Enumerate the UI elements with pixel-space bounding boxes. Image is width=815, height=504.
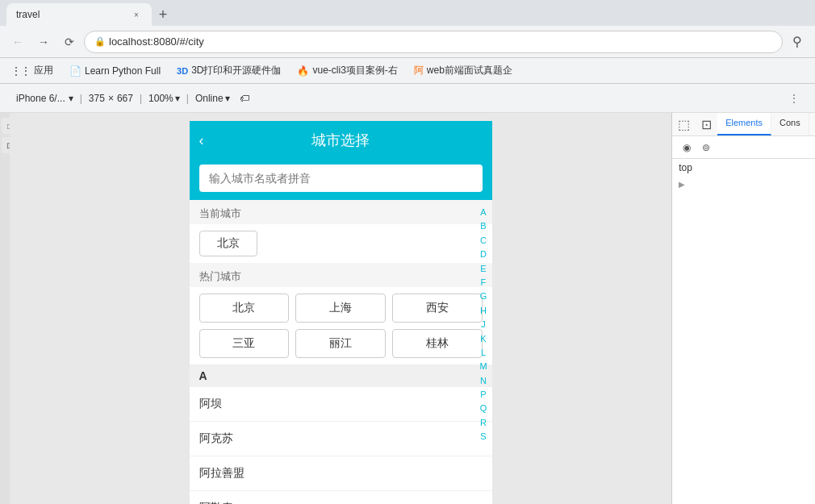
devtools-btn-2[interactable]: ⊚ (698, 140, 714, 156)
device-height: 667 (117, 93, 133, 104)
browser-tab[interactable]: travel × (6, 3, 152, 26)
bookmark-vue-cli[interactable]: 🔥 vue-cli3项目案例-右 (292, 62, 402, 79)
new-tab-button[interactable]: + (152, 3, 174, 26)
alpha-D[interactable]: D (480, 248, 487, 260)
search-section (190, 160, 492, 200)
alpha-K[interactable]: K (480, 333, 486, 345)
city-selection-app: ‹ 城市选择 当前城市 北京 热门城市 北京 上海 (190, 121, 492, 504)
throttle-icon: 🏷 (240, 93, 249, 104)
bookmarks-bar: ⋮⋮ 应用 📄 Learn Python Full 3D 3D打印和开源硬件伽 … (0, 58, 815, 84)
devtools-panel: ⬚ ⊡ Elements Cons ◉ ⊚ top ▶ (671, 113, 815, 504)
bookmark-apps[interactable]: ⋮⋮ 应用 (6, 62, 58, 79)
apps-icon: ⋮⋮ (11, 65, 31, 77)
device-bar: iPhone 6/... ▾ | 375 × 667 | 100% ▾ | On… (0, 84, 815, 113)
bookmark-icon-web: 阿 (414, 64, 424, 77)
bookmark-icon-learn: 📄 (69, 65, 82, 77)
alphabet-sidebar: A B C D E F G H J K L M N P Q R S (474, 200, 491, 450)
hot-city-beijing[interactable]: 北京 (199, 294, 290, 323)
alpha-R[interactable]: R (480, 417, 487, 429)
devtools-inspect-icon[interactable]: ⬚ (672, 113, 695, 135)
more-options-icon[interactable]: ⋮ (789, 93, 799, 104)
alpha-H[interactable]: H (480, 305, 487, 317)
bookmark-label-3d: 3D打印和开源硬件伽 (191, 64, 281, 77)
network-selector[interactable]: Online ▾ (195, 93, 230, 104)
hot-cities-section: 北京 上海 西安 三亚 丽江 桂林 (190, 287, 492, 364)
device-separator3: | (186, 93, 189, 104)
device-dimensions: 375 × 667 (89, 93, 133, 104)
search-button[interactable]: ⚲ (786, 31, 809, 53)
alpha-P[interactable]: P (480, 389, 486, 401)
alpha-B[interactable]: B (480, 220, 486, 232)
city-item-aletai[interactable]: 阿勒泰 (190, 491, 492, 504)
current-city-label: 当前城市 (190, 200, 492, 224)
alpha-S[interactable]: S (480, 431, 486, 443)
bookmark-label-vue: vue-cli3项目案例-右 (312, 64, 397, 77)
alpha-E[interactable]: E (480, 263, 486, 275)
mobile-viewport: ‹ 城市选择 当前城市 北京 热门城市 北京 上海 (10, 113, 671, 504)
devtools-device-icon[interactable]: ⊡ (695, 113, 717, 135)
bookmark-icon-vue: 🔥 (297, 65, 309, 77)
bookmark-label-learn: Learn Python Full (85, 65, 161, 77)
alpha-C[interactable]: C (480, 235, 487, 247)
devtools-expand-arrow[interactable]: ▶ (672, 177, 815, 192)
alpha-G[interactable]: G (480, 290, 487, 302)
alpha-J[interactable]: J (481, 319, 486, 331)
alpha-M[interactable]: M (479, 360, 487, 373)
devtools-frame-selector: top (672, 159, 815, 177)
hot-city-shanghai[interactable]: 上海 (295, 294, 386, 323)
zoom-dropdown-icon: ▾ (175, 93, 180, 104)
bookmark-icon-3d: 3D (177, 66, 188, 76)
device-separator2: | (140, 93, 142, 104)
zoom-level: 100% (148, 93, 173, 104)
bookmark-web-front[interactable]: 阿 web前端面试真题企 (409, 62, 517, 79)
city-search-input[interactable] (199, 165, 483, 192)
devtools-top-label: top (679, 162, 692, 173)
devtools-tab-elements[interactable]: Elements (717, 113, 771, 135)
city-item-akesu[interactable]: 阿克苏 (190, 422, 492, 456)
url-bar: ← → ⟳ 🔒 localhost:8080/#/city ⚲ (0, 26, 815, 58)
url-input[interactable]: 🔒 localhost:8080/#/city (84, 31, 783, 53)
device-width: 375 (89, 93, 105, 104)
device-dropdown-icon: ▾ (69, 93, 73, 104)
bookmark-3d-print[interactable]: 3D 3D打印和开源硬件伽 (172, 62, 286, 79)
city-item-alashamen[interactable]: 阿拉善盟 (190, 456, 492, 491)
bookmark-label-web: web前端面试真题企 (427, 64, 512, 77)
alpha-A[interactable]: A (480, 206, 486, 219)
devtools-tab-console[interactable]: Cons (771, 113, 809, 135)
tab-close-button[interactable]: × (131, 9, 142, 20)
tab-title: travel (16, 9, 40, 20)
bookmark-learn-python[interactable]: 📄 Learn Python Full (65, 64, 165, 78)
forward-button[interactable]: → (32, 31, 55, 53)
hot-city-lijiang[interactable]: 丽江 (295, 329, 386, 358)
alpha-N[interactable]: N (480, 375, 487, 387)
city-item-aba[interactable]: 阿坝 (190, 387, 492, 422)
devtools-content (672, 192, 815, 504)
devtools-btn-1[interactable]: ◉ (679, 140, 695, 156)
url-text: localhost:8080/#/city (109, 35, 204, 48)
apps-label: 应用 (34, 64, 53, 77)
back-button-app[interactable]: ‹ (199, 132, 204, 149)
alpha-L[interactable]: L (481, 347, 486, 359)
hot-city-guilin[interactable]: 桂林 (392, 329, 483, 358)
device-selector[interactable]: iPhone 6/... ▾ (16, 93, 73, 104)
zoom-selector[interactable]: 100% ▾ (148, 93, 180, 104)
alpha-Q[interactable]: Q (480, 402, 487, 414)
devtools-tabs: ⬚ ⊡ Elements Cons (672, 113, 815, 136)
main-area: □ ⊡ ‹ 城市选择 当前城市 北京 热门城市 (0, 113, 815, 504)
alpha-section-a: A (190, 364, 492, 387)
device-times: × (108, 93, 114, 104)
alpha-F[interactable]: F (481, 277, 487, 289)
hot-city-xian[interactable]: 西安 (392, 294, 483, 323)
page-title: 城市选择 (311, 131, 370, 150)
refresh-button[interactable]: ⟳ (58, 31, 81, 53)
hot-cities-label: 热门城市 (190, 263, 492, 287)
city-content: 当前城市 北京 热门城市 北京 上海 西安 三亚 丽江 桂林 (190, 200, 492, 504)
current-city-button[interactable]: 北京 (199, 231, 257, 256)
devtools-toolbar: ◉ ⊚ (672, 136, 815, 159)
lock-icon: 🔒 (94, 36, 106, 47)
hot-city-sanya[interactable]: 三亚 (199, 329, 290, 358)
back-button[interactable]: ← (6, 31, 29, 53)
device-separator: | (80, 93, 82, 104)
hot-cities-grid: 北京 上海 西安 三亚 丽江 桂林 (199, 294, 483, 358)
device-name: iPhone 6/... (16, 93, 65, 104)
